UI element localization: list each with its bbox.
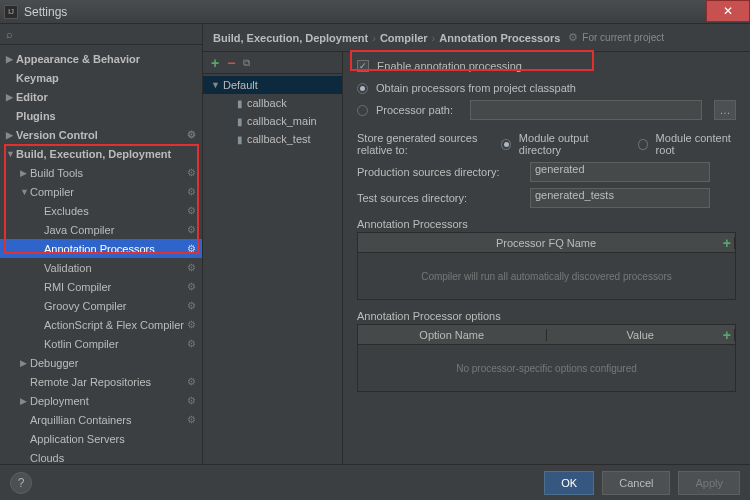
profiles-list: ▼Default▮callback▮callback_main▮callback… — [203, 74, 342, 150]
sidebar-item[interactable]: RMI Compiler⚙ — [0, 277, 202, 296]
settings-tree: ▶Appearance & BehaviorKeymap▶EditorPlugi… — [0, 45, 202, 464]
prod-dir-field[interactable]: generated — [530, 162, 710, 182]
enable-annotation-checkbox[interactable] — [357, 60, 369, 72]
sidebar-item[interactable]: Keymap — [0, 68, 202, 87]
close-button[interactable] — [706, 0, 750, 22]
sidebar-item[interactable]: ▶Deployment⚙ — [0, 391, 202, 410]
sidebar-item[interactable]: Kotlin Compiler⚙ — [0, 334, 202, 353]
sidebar-item[interactable]: Application Servers — [0, 429, 202, 448]
processor-path-radio[interactable] — [357, 105, 368, 116]
obtain-classpath-radio[interactable] — [357, 83, 368, 94]
add-option-button[interactable]: + — [723, 327, 731, 343]
processor-options-section: Annotation Processor options Option Name… — [357, 310, 736, 392]
title-bar: IJ Settings — [0, 0, 750, 24]
section-title: Annotation Processor options — [357, 310, 736, 322]
sidebar-item[interactable]: ▶Debugger — [0, 353, 202, 372]
profiles-panel: + − ⧉ ▼Default▮callback▮callback_main▮ca… — [203, 52, 343, 464]
folder-icon: ▮ — [237, 134, 243, 145]
processor-path-field[interactable] — [470, 100, 702, 120]
sidebar-item[interactable]: ▶Build Tools⚙ — [0, 163, 202, 182]
profile-module-item[interactable]: ▮callback_main — [203, 112, 342, 130]
gear-icon: ⚙ — [568, 31, 578, 44]
module-content-label: Module content root — [656, 132, 736, 156]
breadcrumb-item[interactable]: Compiler — [380, 32, 428, 44]
remove-profile-button[interactable]: − — [227, 55, 235, 71]
search-input[interactable] — [17, 28, 196, 40]
app-icon: IJ — [4, 5, 18, 19]
sidebar-item[interactable]: ▶Version Control⚙ — [0, 125, 202, 144]
table-header: Option Name — [358, 329, 547, 341]
sidebar-item[interactable]: ActionScript & Flex Compiler⚙ — [0, 315, 202, 334]
gear-icon: ⚙ — [187, 300, 196, 311]
settings-sidebar: ⌕ ▶Appearance & BehaviorKeymap▶EditorPlu… — [0, 24, 203, 464]
test-dir-field[interactable]: generated_tests — [530, 188, 710, 208]
table-empty-text: No processor-specific options configured — [358, 345, 735, 391]
help-button[interactable]: ? — [10, 472, 32, 494]
sidebar-item[interactable]: ▼Build, Execution, Deployment — [0, 144, 202, 163]
table-empty-text: Compiler will run all automatically disc… — [358, 253, 735, 299]
sidebar-item[interactable]: ▶Appearance & Behavior — [0, 49, 202, 68]
sidebar-item[interactable]: Arquillian Containers⚙ — [0, 410, 202, 429]
chevron-right-icon: › — [432, 32, 436, 44]
module-content-radio[interactable] — [638, 139, 647, 150]
browse-button[interactable]: … — [714, 100, 736, 120]
gear-icon: ⚙ — [187, 414, 196, 425]
add-processor-button[interactable]: + — [723, 235, 731, 251]
gear-icon: ⚙ — [187, 395, 196, 406]
gear-icon: ⚙ — [187, 205, 196, 216]
prod-dir-label: Production sources directory: — [357, 166, 522, 178]
gear-icon: ⚙ — [187, 376, 196, 387]
annotation-processors-section: Annotation Processors Processor FQ Name … — [357, 218, 736, 300]
sidebar-item[interactable]: ▶Editor — [0, 87, 202, 106]
add-profile-button[interactable]: + — [211, 55, 219, 71]
copy-profile-button[interactable]: ⧉ — [243, 57, 250, 69]
details-panel: Enable annotation processing Obtain proc… — [343, 52, 750, 464]
breadcrumb: Build, Execution, Deployment › Compiler … — [203, 24, 750, 52]
gear-icon: ⚙ — [187, 338, 196, 349]
gear-icon: ⚙ — [187, 129, 196, 140]
processor-path-label: Processor path: — [376, 104, 462, 116]
gear-icon: ⚙ — [187, 319, 196, 330]
module-output-radio[interactable] — [501, 139, 510, 150]
folder-icon: ▮ — [237, 116, 243, 127]
dialog-footer: ? OK Cancel Apply — [0, 464, 750, 500]
sidebar-item[interactable]: ▼Compiler⚙ — [0, 182, 202, 201]
search-icon: ⌕ — [6, 28, 13, 40]
sidebar-item[interactable]: Annotation Processors⚙ — [0, 239, 202, 258]
table-header: Value — [547, 329, 736, 341]
gear-icon: ⚙ — [187, 167, 196, 178]
profiles-toolbar: + − ⧉ — [203, 52, 342, 74]
apply-button[interactable]: Apply — [678, 471, 740, 495]
window-title: Settings — [24, 5, 67, 19]
cancel-button[interactable]: Cancel — [602, 471, 670, 495]
sidebar-item[interactable]: Validation⚙ — [0, 258, 202, 277]
gear-icon: ⚙ — [187, 281, 196, 292]
gear-icon: ⚙ — [187, 186, 196, 197]
relative-to-label: Store generated sources relative to: — [357, 132, 493, 156]
profile-item[interactable]: ▼Default — [203, 76, 342, 94]
sidebar-item[interactable]: Remote Jar Repositories⚙ — [0, 372, 202, 391]
sidebar-item[interactable]: Excludes⚙ — [0, 201, 202, 220]
chevron-right-icon: › — [372, 32, 376, 44]
sidebar-item[interactable]: Clouds — [0, 448, 202, 464]
scope-label: For current project — [582, 32, 664, 43]
test-dir-label: Test sources directory: — [357, 192, 522, 204]
profile-module-item[interactable]: ▮callback_test — [203, 130, 342, 148]
ok-button[interactable]: OK — [544, 471, 594, 495]
enable-annotation-label: Enable annotation processing — [377, 60, 522, 72]
sidebar-item[interactable]: Java Compiler⚙ — [0, 220, 202, 239]
gear-icon: ⚙ — [187, 243, 196, 254]
gear-icon: ⚙ — [187, 262, 196, 273]
sidebar-item[interactable]: Plugins — [0, 106, 202, 125]
sidebar-item[interactable]: Groovy Compiler⚙ — [0, 296, 202, 315]
breadcrumb-item[interactable]: Build, Execution, Deployment — [213, 32, 368, 44]
table-header: Processor FQ Name — [358, 237, 735, 249]
gear-icon: ⚙ — [187, 224, 196, 235]
obtain-classpath-label: Obtain processors from project classpath — [376, 82, 576, 94]
breadcrumb-item: Annotation Processors — [439, 32, 560, 44]
folder-icon: ▮ — [237, 98, 243, 109]
profile-module-item[interactable]: ▮callback — [203, 94, 342, 112]
module-output-label: Module output directory — [519, 132, 614, 156]
search-bar: ⌕ — [0, 24, 202, 45]
section-title: Annotation Processors — [357, 218, 736, 230]
